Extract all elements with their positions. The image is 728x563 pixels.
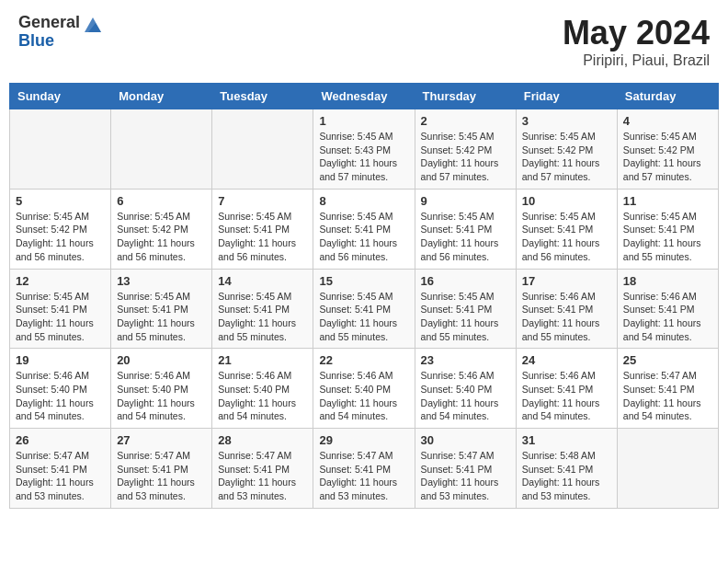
day-number: 28 <box>218 433 307 447</box>
day-info: Sunrise: 5:45 AM Sunset: 5:41 PM Dayligh… <box>319 210 408 264</box>
calendar-cell: 3Sunrise: 5:45 AM Sunset: 5:42 PM Daylig… <box>516 109 617 190</box>
location-subtitle: Piripiri, Piaui, Brazil <box>563 52 710 69</box>
day-number: 25 <box>623 353 712 367</box>
day-info: Sunrise: 5:46 AM Sunset: 5:40 PM Dayligh… <box>16 369 105 423</box>
calendar-cell: 7Sunrise: 5:45 AM Sunset: 5:41 PM Daylig… <box>212 189 313 269</box>
weekday-header-row: SundayMondayTuesdayWednesdayThursdayFrid… <box>10 84 719 109</box>
day-number: 27 <box>117 433 206 447</box>
day-number: 31 <box>522 433 611 447</box>
day-number: 24 <box>522 353 611 367</box>
week-row-1: 1Sunrise: 5:45 AM Sunset: 5:43 PM Daylig… <box>10 109 719 190</box>
month-title: May 2024 <box>563 14 710 52</box>
page-header: General Blue May 2024 Piripiri, Piaui, B… <box>9 9 719 74</box>
calendar-cell: 29Sunrise: 5:47 AM Sunset: 5:41 PM Dayli… <box>313 429 415 509</box>
day-info: Sunrise: 5:46 AM Sunset: 5:40 PM Dayligh… <box>117 369 206 423</box>
day-number: 13 <box>117 274 206 288</box>
logo-icon <box>83 16 103 36</box>
calendar-cell: 31Sunrise: 5:48 AM Sunset: 5:41 PM Dayli… <box>516 429 617 509</box>
calendar-cell <box>111 109 212 190</box>
day-info: Sunrise: 5:47 AM Sunset: 5:41 PM Dayligh… <box>16 449 105 503</box>
calendar-cell: 2Sunrise: 5:45 AM Sunset: 5:42 PM Daylig… <box>415 109 516 190</box>
day-number: 26 <box>16 433 105 447</box>
day-info: Sunrise: 5:48 AM Sunset: 5:41 PM Dayligh… <box>522 449 611 503</box>
calendar-cell: 15Sunrise: 5:45 AM Sunset: 5:41 PM Dayli… <box>313 269 415 349</box>
day-info: Sunrise: 5:45 AM Sunset: 5:41 PM Dayligh… <box>421 210 510 264</box>
day-info: Sunrise: 5:45 AM Sunset: 5:42 PM Dayligh… <box>117 210 206 264</box>
calendar-cell: 6Sunrise: 5:45 AM Sunset: 5:42 PM Daylig… <box>111 189 212 269</box>
calendar-cell: 12Sunrise: 5:45 AM Sunset: 5:41 PM Dayli… <box>10 269 111 349</box>
day-number: 16 <box>421 274 510 288</box>
day-info: Sunrise: 5:45 AM Sunset: 5:41 PM Dayligh… <box>522 210 611 264</box>
day-number: 17 <box>522 274 611 288</box>
day-number: 6 <box>117 194 206 208</box>
day-number: 20 <box>117 353 206 367</box>
logo-general: General <box>18 14 80 32</box>
calendar-cell: 4Sunrise: 5:45 AM Sunset: 5:42 PM Daylig… <box>617 109 718 190</box>
day-info: Sunrise: 5:47 AM Sunset: 5:41 PM Dayligh… <box>117 449 206 503</box>
day-number: 12 <box>16 274 105 288</box>
day-number: 22 <box>319 353 408 367</box>
day-number: 30 <box>421 433 510 447</box>
calendar-cell: 25Sunrise: 5:47 AM Sunset: 5:41 PM Dayli… <box>617 349 718 429</box>
weekday-header-thursday: Thursday <box>415 84 516 109</box>
title-section: May 2024 Piripiri, Piaui, Brazil <box>563 14 710 69</box>
day-info: Sunrise: 5:47 AM Sunset: 5:41 PM Dayligh… <box>319 449 408 503</box>
calendar-cell: 10Sunrise: 5:45 AM Sunset: 5:41 PM Dayli… <box>516 189 617 269</box>
day-number: 23 <box>421 353 510 367</box>
day-info: Sunrise: 5:45 AM Sunset: 5:42 PM Dayligh… <box>623 130 712 184</box>
day-info: Sunrise: 5:47 AM Sunset: 5:41 PM Dayligh… <box>218 449 307 503</box>
day-info: Sunrise: 5:45 AM Sunset: 5:43 PM Dayligh… <box>319 130 408 184</box>
calendar-cell: 20Sunrise: 5:46 AM Sunset: 5:40 PM Dayli… <box>111 349 212 429</box>
weekday-header-saturday: Saturday <box>617 84 718 109</box>
day-info: Sunrise: 5:46 AM Sunset: 5:41 PM Dayligh… <box>623 290 712 344</box>
calendar-cell: 28Sunrise: 5:47 AM Sunset: 5:41 PM Dayli… <box>212 429 313 509</box>
calendar-cell: 16Sunrise: 5:45 AM Sunset: 5:41 PM Dayli… <box>415 269 516 349</box>
calendar-cell: 27Sunrise: 5:47 AM Sunset: 5:41 PM Dayli… <box>111 429 212 509</box>
calendar-cell: 23Sunrise: 5:46 AM Sunset: 5:40 PM Dayli… <box>415 349 516 429</box>
day-info: Sunrise: 5:47 AM Sunset: 5:41 PM Dayligh… <box>421 449 510 503</box>
week-row-5: 26Sunrise: 5:47 AM Sunset: 5:41 PM Dayli… <box>10 429 719 509</box>
day-info: Sunrise: 5:45 AM Sunset: 5:41 PM Dayligh… <box>623 210 712 264</box>
day-number: 19 <box>16 353 105 367</box>
day-info: Sunrise: 5:46 AM Sunset: 5:41 PM Dayligh… <box>522 290 611 344</box>
weekday-header-tuesday: Tuesday <box>212 84 313 109</box>
day-info: Sunrise: 5:45 AM Sunset: 5:42 PM Dayligh… <box>16 210 105 264</box>
calendar-cell <box>10 109 111 190</box>
day-number: 21 <box>218 353 307 367</box>
day-number: 29 <box>319 433 408 447</box>
calendar-cell: 17Sunrise: 5:46 AM Sunset: 5:41 PM Dayli… <box>516 269 617 349</box>
day-info: Sunrise: 5:47 AM Sunset: 5:41 PM Dayligh… <box>623 369 712 423</box>
calendar-cell: 24Sunrise: 5:46 AM Sunset: 5:41 PM Dayli… <box>516 349 617 429</box>
calendar-cell: 8Sunrise: 5:45 AM Sunset: 5:41 PM Daylig… <box>313 189 415 269</box>
logo-blue: Blue <box>18 32 80 51</box>
day-info: Sunrise: 5:45 AM Sunset: 5:41 PM Dayligh… <box>319 290 408 344</box>
day-info: Sunrise: 5:45 AM Sunset: 5:41 PM Dayligh… <box>117 290 206 344</box>
calendar-cell: 5Sunrise: 5:45 AM Sunset: 5:42 PM Daylig… <box>10 189 111 269</box>
day-info: Sunrise: 5:45 AM Sunset: 5:41 PM Dayligh… <box>218 210 307 264</box>
day-number: 4 <box>623 114 712 128</box>
weekday-header-wednesday: Wednesday <box>313 84 415 109</box>
calendar-cell: 13Sunrise: 5:45 AM Sunset: 5:41 PM Dayli… <box>111 269 212 349</box>
day-number: 18 <box>623 274 712 288</box>
day-info: Sunrise: 5:46 AM Sunset: 5:40 PM Dayligh… <box>319 369 408 423</box>
day-info: Sunrise: 5:45 AM Sunset: 5:41 PM Dayligh… <box>421 290 510 344</box>
day-number: 7 <box>218 194 307 208</box>
day-number: 9 <box>421 194 510 208</box>
week-row-3: 12Sunrise: 5:45 AM Sunset: 5:41 PM Dayli… <box>10 269 719 349</box>
calendar-cell: 26Sunrise: 5:47 AM Sunset: 5:41 PM Dayli… <box>10 429 111 509</box>
calendar-cell: 11Sunrise: 5:45 AM Sunset: 5:41 PM Dayli… <box>617 189 718 269</box>
calendar-cell: 9Sunrise: 5:45 AM Sunset: 5:41 PM Daylig… <box>415 189 516 269</box>
day-number: 11 <box>623 194 712 208</box>
logo: General Blue <box>18 14 103 51</box>
calendar-cell: 18Sunrise: 5:46 AM Sunset: 5:41 PM Dayli… <box>617 269 718 349</box>
day-number: 1 <box>319 114 408 128</box>
week-row-2: 5Sunrise: 5:45 AM Sunset: 5:42 PM Daylig… <box>10 189 719 269</box>
day-info: Sunrise: 5:45 AM Sunset: 5:42 PM Dayligh… <box>421 130 510 184</box>
day-number: 5 <box>16 194 105 208</box>
calendar-cell: 21Sunrise: 5:46 AM Sunset: 5:40 PM Dayli… <box>212 349 313 429</box>
weekday-header-monday: Monday <box>111 84 212 109</box>
calendar-table: SundayMondayTuesdayWednesdayThursdayFrid… <box>9 83 719 509</box>
calendar-cell: 1Sunrise: 5:45 AM Sunset: 5:43 PM Daylig… <box>313 109 415 190</box>
day-number: 10 <box>522 194 611 208</box>
day-number: 8 <box>319 194 408 208</box>
